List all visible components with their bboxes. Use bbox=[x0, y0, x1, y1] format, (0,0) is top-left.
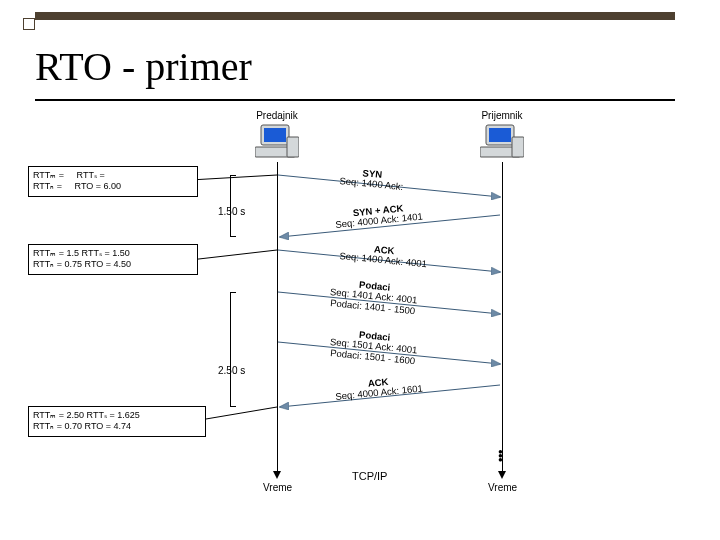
time-value: 1.50 s bbox=[218, 206, 245, 217]
time-bracket bbox=[230, 292, 231, 407]
rtt-value: RTTₘ = 1.5 RTTₛ = 1.50 bbox=[33, 248, 193, 259]
ellipsis-icon: ●●● bbox=[498, 450, 503, 462]
footer-label: TCP/IP bbox=[352, 470, 387, 482]
rtt-value: RTO = 6.00 bbox=[75, 181, 121, 191]
time-value: 2.50 s bbox=[218, 365, 245, 376]
rtt-box-3: RTTₘ = 2.50 RTTₛ = 1.625 RTTₙ = 0.70 RTO… bbox=[28, 406, 206, 437]
svg-line-17 bbox=[200, 407, 277, 420]
slide-accent-bar bbox=[35, 12, 675, 20]
rtt-value: RTTₙ = 0.75 RTO = 4.50 bbox=[33, 259, 193, 270]
title-underline bbox=[35, 99, 675, 101]
page-title: RTO - primer bbox=[35, 43, 252, 90]
rtt-box-1: RTTₘ = RTTₛ = RTTₙ = RTO = 6.00 bbox=[28, 166, 198, 197]
sequence-diagram: Predajnik Prijemnik Vreme Vreme bbox=[0, 110, 720, 530]
rtt-value: RTTₘ = bbox=[33, 170, 64, 180]
slide: RTO - primer Predajnik Prijemnik V bbox=[0, 0, 720, 540]
rtt-value: RTTₙ = 0.70 RTO = 4.74 bbox=[33, 421, 201, 432]
rtt-value: RTTₘ = 2.50 RTTₛ = 1.625 bbox=[33, 410, 201, 421]
rtt-value: RTTₙ = bbox=[33, 181, 62, 191]
rtt-box-2: RTTₘ = 1.5 RTTₛ = 1.50 RTTₙ = 0.75 RTO =… bbox=[28, 244, 198, 275]
slide-accent-square bbox=[23, 18, 35, 30]
svg-line-16 bbox=[190, 250, 277, 260]
rtt-value: RTTₛ = bbox=[77, 170, 105, 180]
